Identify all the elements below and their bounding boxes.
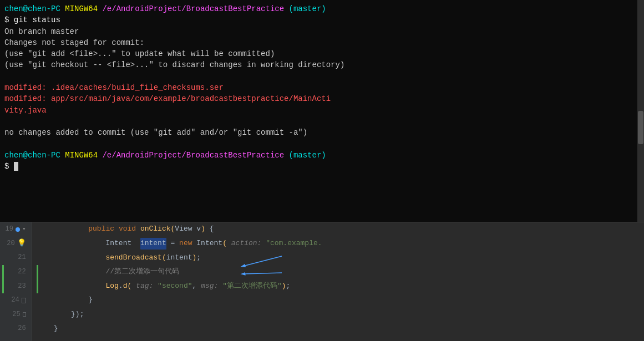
prompt-shell: MINGW64 — [65, 4, 98, 13]
param-v: v — [196, 223, 201, 235]
prompt-path: /e/AndroidProject/BroadcastBestPractice — [102, 4, 284, 13]
bookmark-icon — [22, 298, 26, 303]
code-line-21: sendBroadcast ( intent ) ; — [37, 251, 644, 265]
selected-intent: intent — [140, 238, 166, 250]
editor-gutter: 19 ▾ 20 💡 21 22 23 24 25 — [0, 222, 32, 341]
gutter-line-22: 22 — [2, 265, 29, 279]
line-number: 22 — [15, 267, 26, 277]
terminal-line-6: (use "git checkout -- <file>..." to disc… — [4, 59, 640, 70]
change-bar-icon — [2, 279, 4, 293]
code-line-25: }); — [37, 308, 644, 322]
terminal-modified-2b: vity.java — [4, 105, 640, 116]
terminal-line-2: $ git status — [4, 14, 640, 26]
terminal-modified-2a: modified: app/src/main/java/com/example/… — [4, 93, 640, 104]
terminal-line-4: Changes not staged for commit: — [4, 37, 640, 48]
terminal-line-1: chen@chen-PC MINGW64 /e/AndroidProject/B… — [4, 3, 640, 14]
line-number: 21 — [15, 252, 26, 263]
code-line-24: } — [37, 293, 644, 308]
editor-code-area: public void onClick ( View v ) { Intent … — [32, 222, 644, 341]
arg-intent: intent — [166, 252, 192, 264]
terminal-output: (use "git checkout -- <file>..." to disc… — [4, 60, 344, 69]
keyword-void: void — [119, 223, 136, 235]
line-change-bar — [37, 265, 38, 279]
comment-second: //第二次增添一句代码 — [105, 266, 179, 278]
terminal-modified-text-wrap: vity.java — [4, 106, 47, 115]
type-intent: Intent — [105, 238, 131, 250]
gutter-line-19: 19 ▾ — [2, 222, 29, 237]
gutter-line-23: 23 — [2, 279, 29, 293]
code-line-19: public void onClick ( View v ) { — [37, 222, 644, 237]
terminal-scrollbar-thumb — [638, 111, 643, 144]
terminal: chen@chen-PC MINGW64 /e/AndroidProject/B… — [0, 0, 644, 222]
line-number: 24 — [8, 295, 19, 306]
type-view: View — [175, 223, 192, 235]
type-intent-class: Intent — [196, 238, 222, 250]
line-change-bar — [37, 279, 38, 293]
line-number: 19 — [2, 224, 13, 235]
string-log-msg: "第二次增添代码" — [222, 281, 282, 292]
terminal-blank-3 — [4, 139, 640, 150]
terminal-blank-1 — [4, 71, 640, 82]
hint-msg: msg: — [201, 281, 222, 292]
terminal-modified-text: modified: .idea/caches/build_file_checks… — [4, 83, 224, 92]
terminal-output: (use "git add <file>..." to update what … — [4, 49, 275, 58]
gutter-line-26: 26 — [2, 322, 29, 336]
code-line-22: //第二次增添一句代码 — [37, 265, 644, 279]
prompt-branch-2: (master) — [289, 151, 326, 160]
method-send-broadcast: sendBroadcast — [105, 252, 161, 264]
gutter-line-24: 24 — [2, 293, 29, 308]
line-number: 26 — [15, 323, 26, 334]
terminal-line-5: (use "git add <file>..." to update what … — [4, 48, 640, 59]
fold-icon[interactable]: ▾ — [22, 225, 26, 235]
class-log: Log — [105, 281, 118, 292]
terminal-no-changes: no changes added to commit (use "git add… — [4, 127, 640, 138]
gutter-line-20: 20 💡 — [2, 237, 29, 251]
keyword-new: new — [179, 238, 192, 250]
prompt-user: chen@chen-PC — [4, 4, 60, 13]
terminal-output: Changes not staged for commit: — [4, 38, 144, 47]
hint-action: action: — [227, 238, 266, 250]
terminal-scrollbar[interactable] — [637, 0, 644, 222]
terminal-cursor-line: $ — [4, 161, 640, 172]
line-number: 23 — [15, 281, 26, 292]
info-icon — [16, 227, 20, 232]
code-line-23: Log . d ( tag: "second" , msg: "第二次增添代码"… — [37, 279, 644, 293]
terminal-output: no changes added to commit (use "git add… — [4, 128, 307, 137]
method-onclick: onClick — [140, 223, 171, 235]
gutter-line-21: 21 — [2, 251, 29, 265]
terminal-cursor — [14, 162, 18, 171]
terminal-prompt-2: chen@chen-PC MINGW64 /e/AndroidProject/B… — [4, 150, 640, 161]
terminal-line-3: On branch master — [4, 26, 640, 37]
method-log-d: d — [123, 281, 128, 292]
terminal-blank-2 — [4, 116, 640, 127]
bulb-icon: 💡 — [17, 238, 26, 250]
gutter-line-25: 25 — [2, 308, 29, 322]
prompt-branch: (master) — [289, 4, 326, 13]
string-com-example: "com.example. — [266, 238, 322, 250]
prompt-user-2: chen@chen-PC — [4, 151, 60, 160]
prompt-path-2: /e/AndroidProject/BroadcastBestPractice — [102, 151, 284, 160]
terminal-output: On branch master — [4, 27, 79, 36]
line-number: 20 — [4, 238, 15, 249]
terminal-modified-1: modified: .idea/caches/build_file_checks… — [4, 82, 640, 93]
terminal-command: $ git status — [4, 16, 60, 24]
keyword-public: public — [88, 223, 114, 235]
terminal-dollar: $ — [4, 162, 14, 171]
string-second: "second" — [158, 281, 192, 292]
code-editor: 19 ▾ 20 💡 21 22 23 24 25 — [0, 222, 644, 341]
bookmark-icon-sm — [23, 312, 26, 317]
terminal-modified-text: modified: app/src/main/java/com/example/… — [4, 94, 331, 103]
code-line-26: } — [37, 322, 644, 336]
prompt-shell-2: MINGW64 — [65, 151, 98, 160]
line-number: 25 — [9, 309, 21, 320]
code-indent — [37, 223, 89, 235]
code-line-20: Intent intent = new Intent ( action: "co… — [37, 237, 644, 251]
hint-tag: tag: — [131, 281, 158, 292]
change-bar-icon — [2, 265, 4, 279]
